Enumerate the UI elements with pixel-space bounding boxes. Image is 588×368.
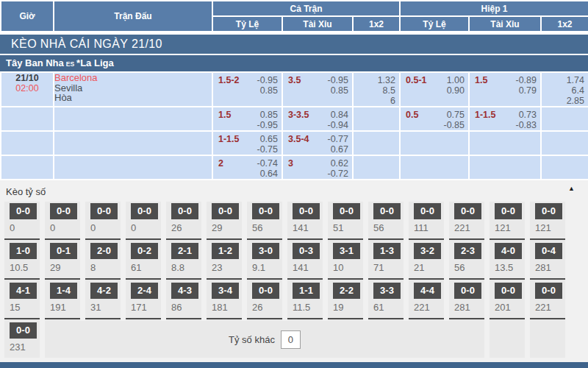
other-score-input[interactable] <box>281 330 301 349</box>
odds-value[interactable]: 0.85 <box>260 85 278 96</box>
score-cell: 0-261 <box>126 241 161 278</box>
odds-value[interactable]: 0.67 <box>331 144 348 155</box>
score-option-button[interactable]: 1-0 <box>10 243 37 259</box>
score-option-button[interactable]: 0-0 <box>535 203 562 219</box>
odds-value[interactable]: 1.00 <box>447 75 465 85</box>
match-time: 02:00 <box>1 83 53 93</box>
score-cell: 0-0281 <box>449 281 484 318</box>
odds-value[interactable]: 2.85 <box>542 96 584 106</box>
score-option-button[interactable]: 2-4 <box>131 283 158 299</box>
score-option-button[interactable]: 1-4 <box>50 283 77 299</box>
score-option-button[interactable]: 0-1 <box>50 243 77 259</box>
score-option-button[interactable]: 0-0 <box>495 203 522 219</box>
odds-value[interactable]: 1.32 <box>354 75 395 85</box>
collapse-arrow-icon[interactable]: ▲ <box>568 185 575 192</box>
odds-value[interactable]: 0.65 <box>260 134 278 144</box>
score-option-button[interactable]: 0-0 <box>414 203 441 219</box>
odds-value[interactable]: 0.79 <box>519 85 537 96</box>
score-option-button[interactable]: 2-1 <box>171 243 198 259</box>
score-option-button[interactable]: 2-0 <box>90 243 118 259</box>
score-cell: 0-4281 <box>530 241 565 278</box>
score-cell: 0-0201 <box>490 281 525 318</box>
score-option-button[interactable]: 0-0 <box>454 283 481 299</box>
odds-value[interactable]: 0.62 <box>331 158 348 169</box>
odds-value[interactable]: -0.94 <box>328 120 349 130</box>
odds-value[interactable]: -0.74 <box>257 158 279 169</box>
score-cell: 3-361 <box>368 281 404 318</box>
score-option-button[interactable]: 0-0 <box>373 203 401 219</box>
score-cell: 2-219 <box>328 281 363 318</box>
score-option-button[interactable]: 0-0 <box>131 203 158 219</box>
score-option-button[interactable]: 0-0 <box>90 203 118 219</box>
odds-value[interactable]: 0.75 <box>447 110 465 120</box>
score-cell: 4-231 <box>85 281 121 318</box>
score-option-button[interactable]: 2-3 <box>454 243 481 259</box>
odds-value[interactable]: -0.85 <box>444 120 465 130</box>
score-option-button[interactable]: 4-0 <box>495 243 522 259</box>
odds-value[interactable]: 0.84 <box>331 110 348 120</box>
score-option-button[interactable]: 0-0 <box>252 283 279 299</box>
column-group-fulltime: Cả Trận <box>212 1 400 16</box>
score-odds-value: 141 <box>287 222 323 234</box>
score-odds-value: 221 <box>530 302 565 314</box>
h1-1x2-cell <box>541 155 588 180</box>
overunder-line: 3.5 <box>288 75 301 96</box>
odds-value[interactable]: 0.85 <box>331 85 348 96</box>
odds-value[interactable]: 6 <box>354 96 395 106</box>
odds-value[interactable]: -0.75 <box>257 144 279 155</box>
score-option-button[interactable]: 3-4 <box>212 283 239 299</box>
odds-value[interactable]: -0.95 <box>257 120 279 130</box>
odds-value[interactable]: -0.95 <box>328 75 349 85</box>
score-cell: 1-111.5 <box>287 281 323 318</box>
score-odds-value: 181 <box>207 302 242 314</box>
score-option-button[interactable]: 3-0 <box>252 243 279 259</box>
odds-value[interactable]: 0.85 <box>260 110 278 120</box>
h1-1x2-cell <box>541 107 588 131</box>
odds-value[interactable]: 6.4 <box>542 85 584 96</box>
score-cell: 0-00 <box>45 202 80 238</box>
score-option-button[interactable]: 0-0 <box>252 203 279 219</box>
score-option-button[interactable]: 4-2 <box>90 283 118 299</box>
score-option-button[interactable]: 0-0 <box>333 203 360 219</box>
score-option-button[interactable]: 0-2 <box>131 243 158 259</box>
score-option-button[interactable]: 1-1 <box>293 283 320 299</box>
odds-value[interactable]: -0.72 <box>328 169 349 179</box>
h1-1x2-cell: 1.74 6.4 2.85 <box>541 72 588 107</box>
column-header-ft-1x2: 1x2 <box>353 16 400 32</box>
odds-value[interactable]: -0.77 <box>328 134 349 144</box>
odds-value[interactable]: 0.73 <box>519 110 537 120</box>
score-option-button[interactable]: 3-1 <box>333 243 360 259</box>
score-option-button[interactable]: 0-0 <box>10 203 37 219</box>
score-option-button[interactable]: 0-0 <box>50 203 77 219</box>
score-option-button[interactable]: 0-0 <box>535 283 562 299</box>
score-option-button[interactable]: 1-2 <box>212 243 239 259</box>
score-option-button[interactable]: 0-4 <box>535 243 562 259</box>
odds-value[interactable]: 0.90 <box>447 85 465 96</box>
score-option-button[interactable]: 0-0 <box>495 283 522 299</box>
score-option-button[interactable]: 3-3 <box>373 283 401 299</box>
score-option-button[interactable]: 4-1 <box>10 283 37 299</box>
score-option-button[interactable]: 4-4 <box>414 283 441 299</box>
score-option-button[interactable]: 1-3 <box>373 243 401 259</box>
odds-value[interactable]: -0.83 <box>516 120 537 130</box>
odds-value[interactable]: 8.5 <box>354 85 395 96</box>
score-cell: 0-029 <box>207 202 242 238</box>
score-option-button[interactable]: 0-0 <box>454 203 481 219</box>
other-score-label: Tỷ số khác <box>229 334 275 345</box>
score-option-button[interactable]: 0-0 <box>212 203 239 219</box>
score-option-button[interactable]: 2-2 <box>333 283 360 299</box>
odds-value[interactable]: 0.64 <box>260 169 278 179</box>
odds-value[interactable]: -0.95 <box>257 75 279 85</box>
ft-handicap-cell: 1.5-2 -0.950.85 <box>212 72 282 107</box>
score-option-button[interactable]: 4-3 <box>171 283 198 299</box>
score-option-button[interactable]: 0-0 <box>293 203 320 219</box>
odds-value[interactable]: 1.74 <box>542 75 584 85</box>
overunder-line: 3-3.5 <box>288 110 309 130</box>
score-option-button[interactable]: 0-0 <box>10 322 37 339</box>
odds-value[interactable]: -0.89 <box>516 75 537 85</box>
score-option-button[interactable]: 3-2 <box>414 243 441 259</box>
score-cell: 3-09.1 <box>247 241 282 278</box>
score-option-button[interactable]: 0-3 <box>293 243 320 259</box>
score-option-button[interactable]: 0-0 <box>171 203 198 219</box>
league-country: Tây Ban Nha <box>6 57 64 68</box>
